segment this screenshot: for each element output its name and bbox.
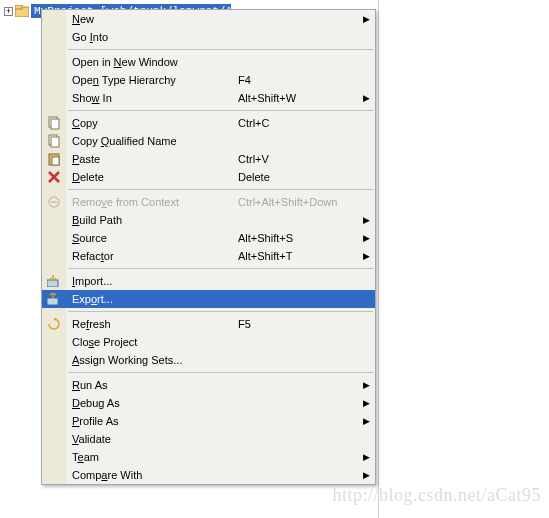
menu-copy-qualified-name[interactable]: Copy Qualified Name <box>42 132 375 150</box>
svg-rect-1 <box>15 5 22 9</box>
submenu-arrow-icon: ▶ <box>361 416 371 426</box>
menu-separator <box>68 372 373 373</box>
submenu-arrow-icon: ▶ <box>361 251 371 261</box>
menu-label: Profile As <box>66 415 238 427</box>
menu-remove-from-context: Remove from Context Ctrl+Alt+Shift+Down <box>42 193 375 211</box>
context-menu: New ▶ Go Into Open in New Window Open Ty… <box>41 9 376 485</box>
pane-divider <box>378 0 379 518</box>
submenu-arrow-icon: ▶ <box>361 398 371 408</box>
menu-validate[interactable]: Validate <box>42 430 375 448</box>
menu-label: Close Project <box>66 336 238 348</box>
menu-label: Team <box>66 451 238 463</box>
menu-label: Copy Qualified Name <box>66 135 238 147</box>
menu-label: Debug As <box>66 397 238 409</box>
menu-label: Open Type Hierarchy <box>66 74 238 86</box>
menu-label: Go Into <box>66 31 238 43</box>
menu-label: Open in New Window <box>66 56 238 68</box>
menu-label: Assign Working Sets... <box>66 354 238 366</box>
menu-assign-working-sets[interactable]: Assign Working Sets... <box>42 351 375 369</box>
menu-close-project[interactable]: Close Project <box>42 333 375 351</box>
submenu-arrow-icon: ▶ <box>361 233 371 243</box>
menu-separator <box>68 110 373 111</box>
menu-label: Refresh <box>66 318 238 330</box>
menu-label: Delete <box>66 171 238 183</box>
menu-shortcut: Alt+Shift+T <box>238 250 361 262</box>
export-icon <box>42 290 66 308</box>
submenu-arrow-icon: ▶ <box>361 14 371 24</box>
menu-label: Compare With <box>66 469 238 481</box>
menu-label: Export... <box>66 293 238 305</box>
menu-run-as[interactable]: Run As ▶ <box>42 376 375 394</box>
submenu-arrow-icon: ▶ <box>361 452 371 462</box>
menu-label: Source <box>66 232 238 244</box>
blank-icon <box>42 10 66 28</box>
menu-shortcut: Ctrl+C <box>238 117 361 129</box>
tree-expand-icon[interactable]: + <box>4 7 13 16</box>
menu-label: Copy <box>66 117 238 129</box>
import-icon <box>42 272 66 290</box>
project-folder-icon <box>15 5 29 17</box>
copy-qn-icon <box>42 132 66 150</box>
menu-label: Run As <box>66 379 238 391</box>
menu-copy[interactable]: Copy Ctrl+C <box>42 114 375 132</box>
menu-shortcut: Ctrl+Alt+Shift+Down <box>238 196 361 208</box>
menu-label: Import... <box>66 275 238 287</box>
menu-shortcut: F4 <box>238 74 361 86</box>
svg-rect-7 <box>52 157 59 165</box>
menu-shortcut: Delete <box>238 171 361 183</box>
menu-shortcut: Alt+Shift+S <box>238 232 361 244</box>
menu-team[interactable]: Team ▶ <box>42 448 375 466</box>
svg-rect-5 <box>51 137 59 147</box>
menu-separator <box>68 49 373 50</box>
menu-source[interactable]: Source Alt+Shift+S ▶ <box>42 229 375 247</box>
menu-label: New <box>66 13 238 25</box>
submenu-arrow-icon: ▶ <box>361 93 371 103</box>
menu-refresh[interactable]: Refresh F5 <box>42 315 375 333</box>
menu-label: Paste <box>66 153 238 165</box>
menu-show-in[interactable]: Show In Alt+Shift+W ▶ <box>42 89 375 107</box>
submenu-arrow-icon: ▶ <box>361 215 371 225</box>
menu-shortcut: Alt+Shift+W <box>238 92 361 104</box>
menu-go-into[interactable]: Go Into <box>42 28 375 46</box>
menu-debug-as[interactable]: Debug As ▶ <box>42 394 375 412</box>
menu-separator <box>68 189 373 190</box>
svg-rect-13 <box>47 298 58 305</box>
delete-icon <box>42 168 66 186</box>
menu-label: Build Path <box>66 214 238 226</box>
menu-label: Validate <box>66 433 238 445</box>
svg-rect-3 <box>51 119 59 129</box>
menu-label: Refactor <box>66 250 238 262</box>
menu-label: Show In <box>66 92 238 104</box>
menu-shortcut: Ctrl+V <box>238 153 361 165</box>
menu-import[interactable]: Import... <box>42 272 375 290</box>
menu-delete[interactable]: Delete Delete <box>42 168 375 186</box>
menu-separator <box>68 268 373 269</box>
submenu-arrow-icon: ▶ <box>361 470 371 480</box>
menu-build-path[interactable]: Build Path ▶ <box>42 211 375 229</box>
menu-export[interactable]: Export... <box>42 290 375 308</box>
paste-icon <box>42 150 66 168</box>
menu-open-type-hierarchy[interactable]: Open Type Hierarchy F4 <box>42 71 375 89</box>
menu-profile-as[interactable]: Profile As ▶ <box>42 412 375 430</box>
remove-context-icon <box>42 193 66 211</box>
menu-label: Remove from Context <box>66 196 238 208</box>
refresh-icon <box>42 315 66 333</box>
watermark-text: http://blog.csdn.net/aCat95 <box>333 485 541 506</box>
submenu-arrow-icon: ▶ <box>361 380 371 390</box>
copy-icon <box>42 114 66 132</box>
menu-paste[interactable]: Paste Ctrl+V <box>42 150 375 168</box>
menu-compare-with[interactable]: Compare With ▶ <box>42 466 375 484</box>
menu-separator <box>68 311 373 312</box>
menu-refactor[interactable]: Refactor Alt+Shift+T ▶ <box>42 247 375 265</box>
menu-open-new-window[interactable]: Open in New Window <box>42 53 375 71</box>
menu-new[interactable]: New ▶ <box>42 10 375 28</box>
menu-shortcut: F5 <box>238 318 361 330</box>
